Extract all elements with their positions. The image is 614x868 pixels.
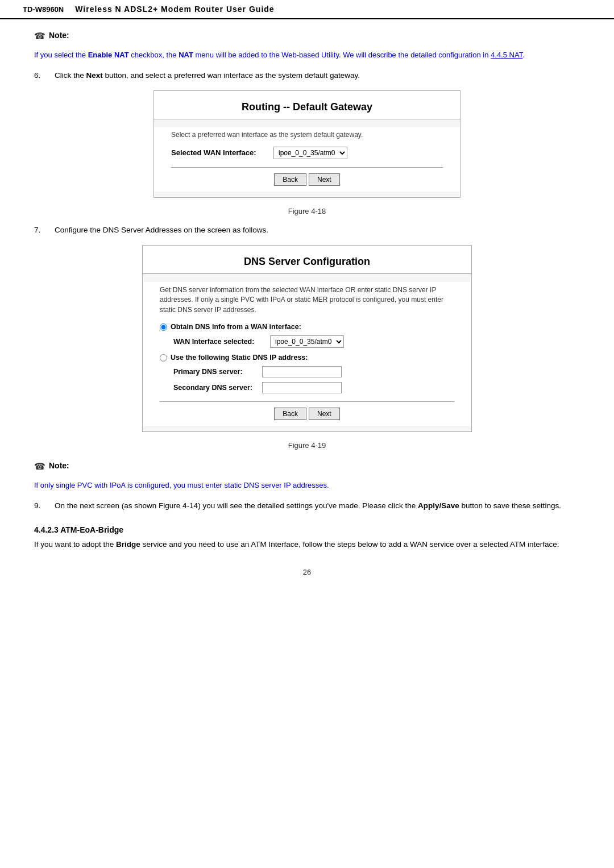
figure-19-radio2[interactable] <box>160 354 167 362</box>
figure-19-desc: Get DNS server information from the sele… <box>160 285 454 315</box>
figure-18-desc: Select a preferred wan interface as the … <box>171 131 443 139</box>
figure-18-body: Select a preferred wan interface as the … <box>154 127 460 192</box>
section-body: If you want to adopt the Bridge service … <box>34 539 580 551</box>
note-label-1: Note: <box>49 31 69 40</box>
figure-19-secondary-input[interactable] <box>262 382 342 393</box>
figure-19-wan-label: WAN Interface selected: <box>173 338 270 346</box>
section-heading: 4.4.2.3 ATM-EoA-Bridge <box>34 525 580 534</box>
step-9-text: On the next screen (as shown Figure 4-14… <box>55 500 580 512</box>
step-9: 9. On the next screen (as shown Figure 4… <box>34 500 580 512</box>
model-label: TD-W8960N <box>23 5 64 14</box>
note-icon-2: ☎ <box>34 461 45 472</box>
guide-title: Wireless N ADSL2+ Modem Router User Guid… <box>75 5 274 14</box>
figure-18-buttons: Back Next <box>171 167 443 186</box>
figure-18-wan-row: Selected WAN Interface: ipoe_0_0_35/atm0 <box>171 147 443 159</box>
figure-19-body: Get DNS server information from the sele… <box>143 282 471 426</box>
figure-19-back-button[interactable]: Back <box>274 408 306 420</box>
figure-18-next-button[interactable]: Next <box>309 173 340 186</box>
step-9-num: 9. <box>34 500 55 512</box>
figure-19-radio1-row: Obtain DNS info from a WAN interface: <box>160 323 454 331</box>
figure-19-caption: Figure 4-19 <box>34 441 580 450</box>
note-label-2: Note: <box>49 461 69 470</box>
nat-link[interactable]: 4.4.5 NAT <box>491 51 522 59</box>
figure-19-wan-select[interactable]: ipoe_0_0_35/atm0 <box>270 335 344 348</box>
figure-19-box: DNS Server Configuration Get DNS server … <box>142 245 472 432</box>
figure-19-primary-row: Primary DNS server: <box>160 366 454 377</box>
step-7-text: Configure the DNS Server Addresses on th… <box>55 225 580 236</box>
step-7: 7. Configure the DNS Server Addresses on… <box>34 225 580 236</box>
figure-19-radio1-label: Obtain DNS info from a WAN interface: <box>171 323 301 331</box>
main-content: ☎ Note: If you select the Enable NAT che… <box>0 19 614 599</box>
note-icon-1: ☎ <box>34 31 45 41</box>
figure-18-wan-select[interactable]: ipoe_0_0_35/atm0 <box>273 147 347 159</box>
figure-19-wan-row: WAN Interface selected: ipoe_0_0_35/atm0 <box>160 335 454 348</box>
note-text-2: If only single PVC with IPoA is configur… <box>34 480 580 491</box>
page-number: 26 <box>34 568 580 576</box>
step-7-num: 7. <box>34 225 55 236</box>
step-6-num: 6. <box>34 70 55 81</box>
figure-19-next-button[interactable]: Next <box>309 408 340 420</box>
figure-19-radio2-label: Use the following Static DNS IP address: <box>171 354 308 362</box>
figure-19-primary-label: Primary DNS server: <box>160 368 262 376</box>
figure-19-secondary-label: Secondary DNS server: <box>160 384 262 392</box>
figure-18-back-button[interactable]: Back <box>274 173 306 186</box>
note-block-1: ☎ Note: <box>34 31 580 41</box>
figure-18-wan-label: Selected WAN Interface: <box>171 148 273 157</box>
figure-19-radio2-row: Use the following Static DNS IP address: <box>160 354 454 362</box>
figure-18-title: Routing -- Default Gateway <box>154 91 460 119</box>
step-6: 6. Click the Next button, and select a p… <box>34 70 580 81</box>
step-6-text: Click the Next button, and select a pref… <box>55 70 580 81</box>
figure-18-box: Routing -- Default Gateway Select a pref… <box>154 90 460 198</box>
page-header: TD-W8960N Wireless N ADSL2+ Modem Router… <box>0 0 614 19</box>
note-text-1: If you select the Enable NAT checkbox, t… <box>34 49 580 61</box>
note-block-2: ☎ Note: <box>34 461 580 472</box>
figure-19-buttons: Back Next <box>160 401 454 420</box>
figure-18-caption: Figure 4-18 <box>34 207 580 215</box>
figure-19-title: DNS Server Configuration <box>143 246 471 273</box>
figure-19-radio1[interactable] <box>160 323 167 331</box>
figure-19-secondary-row: Secondary DNS server: <box>160 382 454 393</box>
figure-19-primary-input[interactable] <box>262 366 342 377</box>
